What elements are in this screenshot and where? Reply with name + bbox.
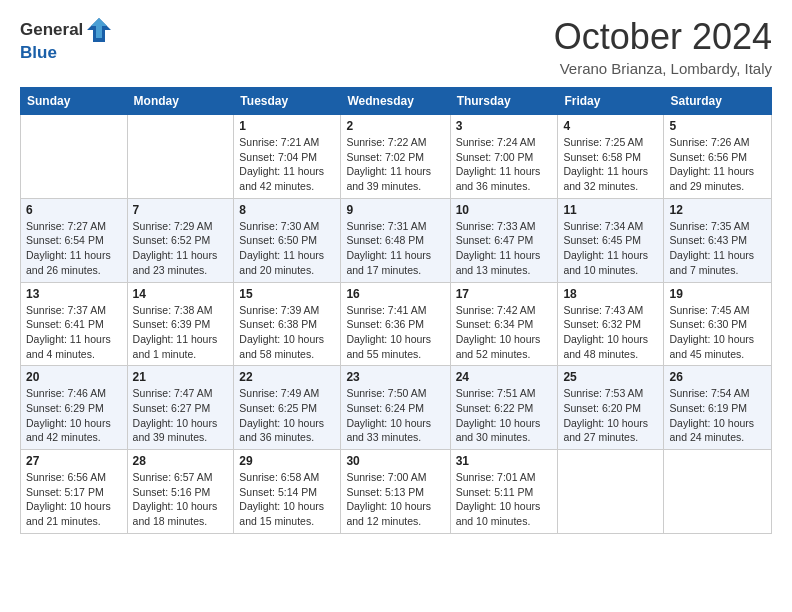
day-info: Sunrise: 7:21 AMSunset: 7:04 PMDaylight:… [239, 135, 335, 194]
day-info: Sunrise: 7:39 AMSunset: 6:38 PMDaylight:… [239, 303, 335, 362]
table-cell [21, 115, 128, 199]
day-info: Sunrise: 6:56 AMSunset: 5:17 PMDaylight:… [26, 470, 122, 529]
table-cell: 6Sunrise: 7:27 AMSunset: 6:54 PMDaylight… [21, 198, 128, 282]
table-cell: 18Sunrise: 7:43 AMSunset: 6:32 PMDayligh… [558, 282, 664, 366]
day-number: 24 [456, 370, 553, 384]
table-cell: 31Sunrise: 7:01 AMSunset: 5:11 PMDayligh… [450, 450, 558, 534]
calendar-row: 20Sunrise: 7:46 AMSunset: 6:29 PMDayligh… [21, 366, 772, 450]
col-thursday: Thursday [450, 88, 558, 115]
table-cell: 9Sunrise: 7:31 AMSunset: 6:48 PMDaylight… [341, 198, 450, 282]
table-cell: 29Sunrise: 6:58 AMSunset: 5:14 PMDayligh… [234, 450, 341, 534]
calendar-header-row: Sunday Monday Tuesday Wednesday Thursday… [21, 88, 772, 115]
col-tuesday: Tuesday [234, 88, 341, 115]
day-number: 10 [456, 203, 553, 217]
table-cell: 2Sunrise: 7:22 AMSunset: 7:02 PMDaylight… [341, 115, 450, 199]
day-info: Sunrise: 7:22 AMSunset: 7:02 PMDaylight:… [346, 135, 444, 194]
table-cell [664, 450, 772, 534]
table-cell: 14Sunrise: 7:38 AMSunset: 6:39 PMDayligh… [127, 282, 234, 366]
day-number: 25 [563, 370, 658, 384]
table-cell: 15Sunrise: 7:39 AMSunset: 6:38 PMDayligh… [234, 282, 341, 366]
calendar-row: 1Sunrise: 7:21 AMSunset: 7:04 PMDaylight… [21, 115, 772, 199]
table-cell: 3Sunrise: 7:24 AMSunset: 7:00 PMDaylight… [450, 115, 558, 199]
day-info: Sunrise: 7:46 AMSunset: 6:29 PMDaylight:… [26, 386, 122, 445]
day-number: 9 [346, 203, 444, 217]
table-cell: 11Sunrise: 7:34 AMSunset: 6:45 PMDayligh… [558, 198, 664, 282]
month-title: October 2024 [554, 16, 772, 58]
day-number: 2 [346, 119, 444, 133]
day-info: Sunrise: 7:24 AMSunset: 7:00 PMDaylight:… [456, 135, 553, 194]
table-cell: 1Sunrise: 7:21 AMSunset: 7:04 PMDaylight… [234, 115, 341, 199]
col-monday: Monday [127, 88, 234, 115]
calendar-row: 27Sunrise: 6:56 AMSunset: 5:17 PMDayligh… [21, 450, 772, 534]
day-info: Sunrise: 7:37 AMSunset: 6:41 PMDaylight:… [26, 303, 122, 362]
logo-icon [85, 16, 113, 44]
day-number: 23 [346, 370, 444, 384]
day-number: 17 [456, 287, 553, 301]
day-number: 19 [669, 287, 766, 301]
logo-general: General [20, 21, 83, 40]
table-cell: 30Sunrise: 7:00 AMSunset: 5:13 PMDayligh… [341, 450, 450, 534]
day-number: 21 [133, 370, 229, 384]
day-info: Sunrise: 7:42 AMSunset: 6:34 PMDaylight:… [456, 303, 553, 362]
table-cell: 23Sunrise: 7:50 AMSunset: 6:24 PMDayligh… [341, 366, 450, 450]
title-block: October 2024 Verano Brianza, Lombardy, I… [554, 16, 772, 77]
calendar-row: 6Sunrise: 7:27 AMSunset: 6:54 PMDaylight… [21, 198, 772, 282]
day-number: 1 [239, 119, 335, 133]
day-info: Sunrise: 7:47 AMSunset: 6:27 PMDaylight:… [133, 386, 229, 445]
day-number: 18 [563, 287, 658, 301]
table-cell: 13Sunrise: 7:37 AMSunset: 6:41 PMDayligh… [21, 282, 128, 366]
day-number: 11 [563, 203, 658, 217]
day-number: 8 [239, 203, 335, 217]
day-info: Sunrise: 7:49 AMSunset: 6:25 PMDaylight:… [239, 386, 335, 445]
page: General Blue October 2024 Verano Brianza… [0, 0, 792, 550]
table-cell: 21Sunrise: 7:47 AMSunset: 6:27 PMDayligh… [127, 366, 234, 450]
day-number: 28 [133, 454, 229, 468]
day-number: 4 [563, 119, 658, 133]
table-cell: 7Sunrise: 7:29 AMSunset: 6:52 PMDaylight… [127, 198, 234, 282]
day-number: 20 [26, 370, 122, 384]
table-cell: 8Sunrise: 7:30 AMSunset: 6:50 PMDaylight… [234, 198, 341, 282]
logo: General Blue [20, 16, 113, 63]
table-cell: 17Sunrise: 7:42 AMSunset: 6:34 PMDayligh… [450, 282, 558, 366]
day-info: Sunrise: 6:58 AMSunset: 5:14 PMDaylight:… [239, 470, 335, 529]
day-info: Sunrise: 7:41 AMSunset: 6:36 PMDaylight:… [346, 303, 444, 362]
col-sunday: Sunday [21, 88, 128, 115]
day-number: 27 [26, 454, 122, 468]
col-saturday: Saturday [664, 88, 772, 115]
day-number: 22 [239, 370, 335, 384]
table-cell [558, 450, 664, 534]
day-info: Sunrise: 7:27 AMSunset: 6:54 PMDaylight:… [26, 219, 122, 278]
day-info: Sunrise: 7:30 AMSunset: 6:50 PMDaylight:… [239, 219, 335, 278]
day-info: Sunrise: 7:00 AMSunset: 5:13 PMDaylight:… [346, 470, 444, 529]
col-wednesday: Wednesday [341, 88, 450, 115]
table-cell [127, 115, 234, 199]
day-number: 30 [346, 454, 444, 468]
day-number: 13 [26, 287, 122, 301]
day-info: Sunrise: 7:45 AMSunset: 6:30 PMDaylight:… [669, 303, 766, 362]
day-info: Sunrise: 7:33 AMSunset: 6:47 PMDaylight:… [456, 219, 553, 278]
day-info: Sunrise: 7:29 AMSunset: 6:52 PMDaylight:… [133, 219, 229, 278]
day-number: 14 [133, 287, 229, 301]
day-info: Sunrise: 7:43 AMSunset: 6:32 PMDaylight:… [563, 303, 658, 362]
table-cell: 5Sunrise: 7:26 AMSunset: 6:56 PMDaylight… [664, 115, 772, 199]
calendar-table: Sunday Monday Tuesday Wednesday Thursday… [20, 87, 772, 534]
day-number: 31 [456, 454, 553, 468]
subtitle: Verano Brianza, Lombardy, Italy [554, 60, 772, 77]
day-number: 16 [346, 287, 444, 301]
header: General Blue October 2024 Verano Brianza… [20, 16, 772, 77]
day-info: Sunrise: 7:31 AMSunset: 6:48 PMDaylight:… [346, 219, 444, 278]
table-cell: 19Sunrise: 7:45 AMSunset: 6:30 PMDayligh… [664, 282, 772, 366]
day-number: 5 [669, 119, 766, 133]
day-number: 6 [26, 203, 122, 217]
day-info: Sunrise: 7:34 AMSunset: 6:45 PMDaylight:… [563, 219, 658, 278]
calendar-row: 13Sunrise: 7:37 AMSunset: 6:41 PMDayligh… [21, 282, 772, 366]
table-cell: 16Sunrise: 7:41 AMSunset: 6:36 PMDayligh… [341, 282, 450, 366]
day-info: Sunrise: 7:53 AMSunset: 6:20 PMDaylight:… [563, 386, 658, 445]
day-info: Sunrise: 6:57 AMSunset: 5:16 PMDaylight:… [133, 470, 229, 529]
day-number: 3 [456, 119, 553, 133]
table-cell: 26Sunrise: 7:54 AMSunset: 6:19 PMDayligh… [664, 366, 772, 450]
table-cell: 25Sunrise: 7:53 AMSunset: 6:20 PMDayligh… [558, 366, 664, 450]
day-info: Sunrise: 7:01 AMSunset: 5:11 PMDaylight:… [456, 470, 553, 529]
day-number: 15 [239, 287, 335, 301]
day-info: Sunrise: 7:54 AMSunset: 6:19 PMDaylight:… [669, 386, 766, 445]
